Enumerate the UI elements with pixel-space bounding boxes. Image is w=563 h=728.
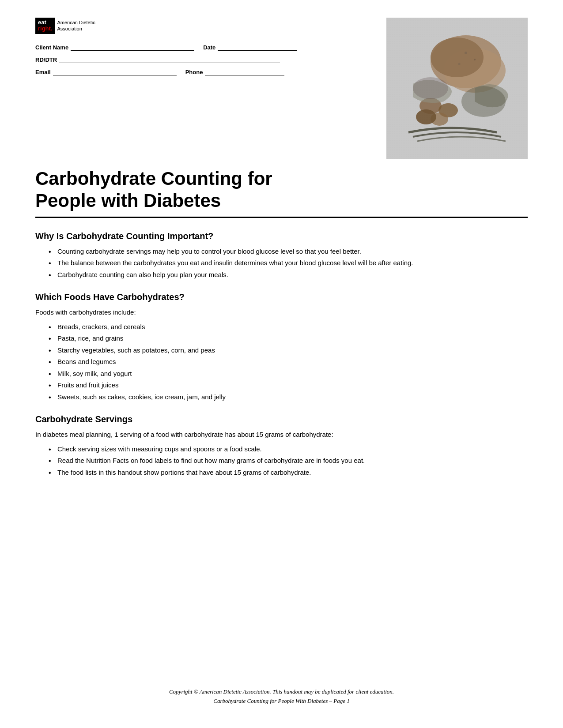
client-name-group: Client Name bbox=[35, 43, 194, 51]
section-why-carb-title: Why Is Carbohydrate Counting Important? bbox=[35, 231, 528, 241]
list-item: The balance between the carbohydrates yo… bbox=[49, 258, 528, 268]
section-why-carb: Why Is Carbohydrate Counting Important? … bbox=[35, 231, 528, 280]
list-item: Read the Nutrition Facts on food labels … bbox=[49, 456, 528, 466]
footer: Copyright © American Dietetic Associatio… bbox=[0, 687, 563, 706]
svg-point-14 bbox=[413, 77, 448, 99]
header-image bbox=[386, 18, 528, 159]
title-line2: People with Diabetes bbox=[35, 190, 528, 212]
list-item: Pasta, rice, and grains bbox=[49, 334, 528, 344]
footer-text: Copyright © American Dietetic Associatio… bbox=[0, 687, 563, 706]
footer-line1: Copyright © American Dietetic Associatio… bbox=[169, 688, 394, 695]
footer-line2: Carbohydrate Counting for People With Di… bbox=[213, 698, 349, 704]
list-item: Counting carbohydrate servings may help … bbox=[49, 247, 528, 257]
phone-label: Phone bbox=[185, 69, 203, 75]
form-row-2: RD/DTR bbox=[35, 55, 373, 63]
section-carb-servings: Carbohydrate Servings In diabetes meal p… bbox=[35, 414, 528, 477]
form-row-1: Client Name Date bbox=[35, 43, 373, 51]
title-divider bbox=[35, 217, 528, 218]
page: eat right. American Dietetic Association… bbox=[0, 0, 563, 728]
section-which-foods: Which Foods Have Carbohydrates? Foods wi… bbox=[35, 292, 528, 402]
logo-org-name: American Dietetic Association bbox=[57, 19, 95, 32]
date-group: Date bbox=[203, 43, 297, 51]
svg-point-10 bbox=[465, 52, 467, 54]
email-input[interactable] bbox=[53, 68, 177, 75]
date-input[interactable] bbox=[218, 43, 297, 51]
svg-point-12 bbox=[458, 63, 461, 65]
svg-point-11 bbox=[474, 59, 476, 60]
section-carb-servings-intro: In diabetes meal planning, 1 serving of … bbox=[35, 430, 528, 440]
section-which-foods-list: Breads, crackers, and cereals Pasta, ric… bbox=[35, 322, 528, 402]
list-item: Carbohydrate counting can also help you … bbox=[49, 270, 528, 280]
email-group: Email bbox=[35, 68, 177, 75]
header: eat right. American Dietetic Association… bbox=[35, 18, 528, 159]
logo-container: eat right. American Dietetic Association bbox=[35, 18, 373, 34]
header-left: eat right. American Dietetic Association… bbox=[35, 18, 386, 80]
email-label: Email bbox=[35, 69, 51, 75]
rd-dtr-label: RD/DTR bbox=[35, 56, 57, 63]
list-item: Check serving sizes with measuring cups … bbox=[49, 444, 528, 454]
client-name-input[interactable] bbox=[71, 43, 194, 51]
rd-dtr-group: RD/DTR bbox=[35, 55, 280, 63]
svg-point-5 bbox=[431, 38, 484, 77]
list-item-beans-legumes: Beans and legumes bbox=[49, 357, 528, 367]
logo-box: eat right. bbox=[35, 18, 55, 34]
food-image-svg bbox=[386, 18, 528, 159]
section-why-carb-list: Counting carbohydrate servings may help … bbox=[35, 247, 528, 280]
list-item: Breads, crackers, and cereals bbox=[49, 322, 528, 332]
list-item: Starchy vegetables, such as potatoes, co… bbox=[49, 345, 528, 356]
form-row-3: Email Phone bbox=[35, 68, 373, 75]
list-item: The food lists in this handout show port… bbox=[49, 468, 528, 478]
phone-input[interactable] bbox=[205, 68, 284, 75]
list-item: Sweets, such as cakes, cookies, ice crea… bbox=[49, 392, 528, 402]
date-label: Date bbox=[203, 44, 215, 51]
svg-point-13 bbox=[461, 86, 506, 117]
list-item: Fruits and fruit juices bbox=[49, 380, 528, 390]
main-title: Carbohydrate Counting for People with Di… bbox=[35, 168, 528, 212]
rd-dtr-input[interactable] bbox=[59, 55, 280, 63]
list-item: Milk, soy milk, and yogurt bbox=[49, 369, 528, 379]
title-line1: Carbohydrate Counting for bbox=[35, 168, 528, 190]
phone-group: Phone bbox=[185, 68, 285, 75]
client-name-label: Client Name bbox=[35, 44, 68, 51]
section-carb-servings-title: Carbohydrate Servings bbox=[35, 414, 528, 424]
section-which-foods-title: Which Foods Have Carbohydrates? bbox=[35, 292, 528, 302]
section-which-foods-intro: Foods with carbohydrates include: bbox=[35, 308, 528, 318]
form-fields: Client Name Date RD/DTR bbox=[35, 43, 373, 75]
section-carb-servings-list: Check serving sizes with measuring cups … bbox=[35, 444, 528, 478]
svg-point-9 bbox=[416, 109, 436, 124]
logo-right-text: right. bbox=[38, 26, 53, 32]
logo-eat-text: eat bbox=[38, 19, 46, 26]
